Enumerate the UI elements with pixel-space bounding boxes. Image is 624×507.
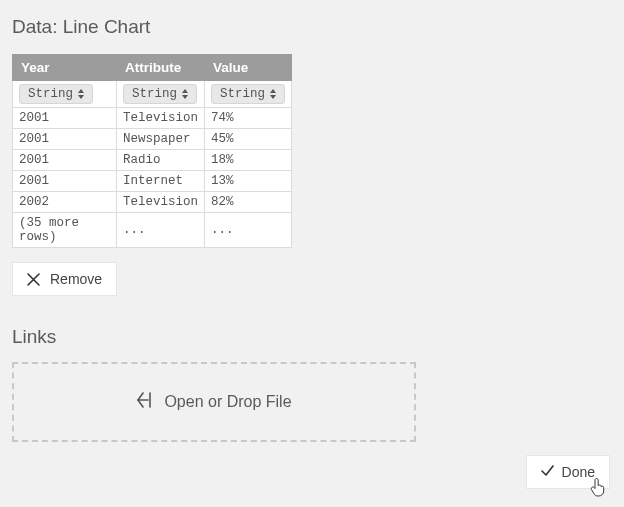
sort-icon <box>182 89 188 99</box>
cell-year: 2001 <box>13 171 117 192</box>
cell-year: 2002 <box>13 192 117 213</box>
table-row: 2001 Television 74% <box>13 108 292 129</box>
table-row: 2001 Internet 13% <box>13 171 292 192</box>
remove-label: Remove <box>50 271 102 287</box>
cell-year: 2001 <box>13 150 117 171</box>
more-ellipsis: ... <box>205 213 292 248</box>
table-more-row[interactable]: (35 more rows) ... ... <box>13 213 292 248</box>
table-row: 2001 Radio 18% <box>13 150 292 171</box>
type-label: String <box>132 87 177 101</box>
data-table: Year Attribute Value String String <box>12 54 292 248</box>
close-icon <box>27 273 40 286</box>
type-selector-year[interactable]: String <box>19 84 93 104</box>
cell-value: 82% <box>205 192 292 213</box>
import-icon <box>136 391 154 413</box>
cell-year: 2001 <box>13 129 117 150</box>
more-ellipsis: ... <box>117 213 205 248</box>
more-rows-label: (35 more rows) <box>13 213 117 248</box>
col-header-year[interactable]: Year <box>13 55 117 81</box>
cell-value: 45% <box>205 129 292 150</box>
col-header-value[interactable]: Value <box>205 55 292 81</box>
table-row: 2002 Television 82% <box>13 192 292 213</box>
table-row: 2001 Newspaper 45% <box>13 129 292 150</box>
cell-attribute: Television <box>117 192 205 213</box>
cell-value: 18% <box>205 150 292 171</box>
cell-attribute: Newspaper <box>117 129 205 150</box>
done-label: Done <box>562 464 595 480</box>
cell-value: 13% <box>205 171 292 192</box>
cell-attribute: Internet <box>117 171 205 192</box>
dropzone-label: Open or Drop File <box>164 393 291 411</box>
done-button[interactable]: Done <box>526 455 610 489</box>
links-title: Links <box>12 326 612 348</box>
col-header-attribute[interactable]: Attribute <box>117 55 205 81</box>
page-title: Data: Line Chart <box>12 16 612 38</box>
remove-button[interactable]: Remove <box>12 262 117 296</box>
table-type-row: String String String <box>13 81 292 108</box>
table-header-row: Year Attribute Value <box>13 55 292 81</box>
sort-icon <box>270 89 276 99</box>
cell-value: 74% <box>205 108 292 129</box>
check-icon <box>541 464 554 480</box>
type-label: String <box>28 87 73 101</box>
type-selector-value[interactable]: String <box>211 84 285 104</box>
cell-attribute: Radio <box>117 150 205 171</box>
type-selector-attribute[interactable]: String <box>123 84 197 104</box>
cell-year: 2001 <box>13 108 117 129</box>
type-label: String <box>220 87 265 101</box>
cell-attribute: Television <box>117 108 205 129</box>
sort-icon <box>78 89 84 99</box>
open-or-drop-file[interactable]: Open or Drop File <box>12 362 416 442</box>
